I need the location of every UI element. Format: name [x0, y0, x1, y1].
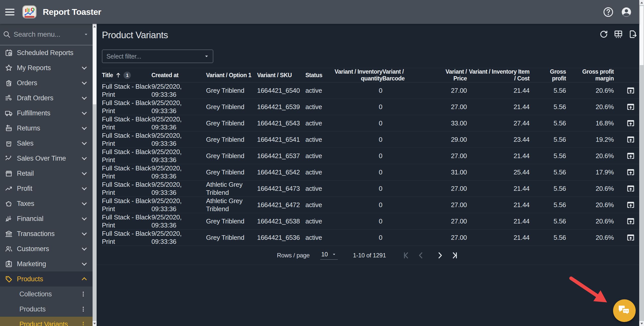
trend-up-icon	[5, 184, 13, 193]
open-report-icon[interactable]	[626, 135, 635, 144]
sidebar-item-customers[interactable]: Customers	[0, 241, 93, 256]
cell-gross-profit-margin: 16.8%	[566, 119, 614, 127]
cell-sku: 1664421_6540	[257, 86, 305, 95]
open-report-icon[interactable]	[626, 102, 635, 111]
cell-option1: Grey Triblend	[206, 86, 257, 95]
open-report-icon[interactable]	[626, 151, 635, 160]
scroll-down-icon[interactable]	[639, 321, 644, 326]
sidebar-item-scheduled-reports[interactable]: Scheduled Reports	[0, 45, 93, 60]
cell-gross-profit: 5.56	[530, 234, 566, 242]
cell-gross-profit-margin: 20.6%	[566, 217, 614, 225]
cell-created-at: 9/25/2020, 09:33:36	[151, 99, 206, 115]
cell-gross-profit-margin: 17.9%	[566, 168, 614, 176]
sidebar-item-draft-orders[interactable]: Draft Orders	[0, 90, 93, 106]
next-page-icon[interactable]	[435, 251, 445, 260]
chat-fab[interactable]	[613, 299, 636, 322]
chevron-icon	[82, 246, 87, 251]
previous-page-icon[interactable]	[416, 251, 426, 260]
open-report-icon[interactable]	[626, 217, 635, 226]
column-header[interactable]: Created at	[151, 72, 206, 79]
main-scrollbar-thumb[interactable]	[640, 6, 643, 65]
rows-per-page-select[interactable]: 10	[320, 251, 338, 260]
filter-select[interactable]: Select filter...	[102, 50, 213, 63]
sidebar-item-sales-over-time[interactable]: Sales Over Time	[0, 151, 93, 166]
column-header[interactable]: Gross profit margin	[566, 68, 614, 82]
sidebar-item-returns[interactable]: Returns	[0, 121, 93, 136]
sidebar-subitem-collections[interactable]: Collections	[0, 287, 93, 302]
sidebar-item-orders[interactable]: Orders	[0, 75, 93, 90]
main-scrollbar[interactable]	[639, 0, 644, 326]
sidebar-subitem-product-variants[interactable]: Product Variants	[0, 317, 93, 326]
open-report-icon[interactable]	[626, 86, 635, 95]
column-header[interactable]: Variant / Price	[437, 68, 467, 82]
help-icon[interactable]	[602, 6, 614, 18]
column-header[interactable]: Variant / Option 1	[206, 72, 257, 79]
sidebar-item-profit[interactable]: Profit	[0, 181, 93, 196]
sidebar-item-retail[interactable]: Retail	[0, 166, 93, 181]
sidebar-item-fulfillments[interactable]: Fulfillments	[0, 106, 93, 121]
column-header[interactable]: Variant / SKU	[257, 72, 305, 79]
open-report-icon[interactable]	[626, 233, 635, 242]
open-report-icon[interactable]	[626, 119, 635, 128]
table-row: Full Stack - Black Print 9/25/2020, 09:3…	[102, 164, 639, 180]
column-header[interactable]: Gross profit	[530, 68, 566, 82]
sidebar-subnav: Collections Products Product Variants	[0, 287, 93, 326]
account-icon[interactable]	[621, 6, 632, 18]
sidebar-item-products[interactable]: Products	[0, 271, 93, 287]
column-header[interactable]: Status	[305, 72, 335, 79]
cell-price: 27.00	[437, 152, 467, 160]
sidebar-item-financial[interactable]: Financial	[0, 211, 93, 226]
cell-inventory-quantity: 0	[335, 152, 382, 160]
app: Report Toaster Search menu... Scheduled …	[0, 0, 644, 326]
last-page-icon[interactable]	[449, 251, 459, 260]
column-header[interactable]: Variant / Inventory quantity	[335, 68, 382, 82]
sidebar-scrollbar-thumb[interactable]	[93, 29, 96, 104]
pagination-bar: Rows / page 10 1-10 of 1291	[97, 246, 639, 265]
column-header[interactable]: Title1	[102, 72, 151, 79]
sidebar-item-marketing[interactable]: Marketing	[0, 256, 93, 271]
cell-option1: Grey Triblend	[206, 103, 257, 111]
menu-search-input[interactable]: Search menu...	[0, 24, 93, 45]
cell-inventory-quantity: 0	[335, 86, 382, 95]
sidebar-subitem-products[interactable]: Products	[0, 302, 93, 317]
cell-price: 27.00	[437, 86, 467, 95]
table-row: Full Stack - Black Print 9/25/2020, 09:3…	[102, 197, 639, 213]
first-page-icon[interactable]	[402, 251, 412, 260]
open-report-icon[interactable]	[626, 168, 635, 177]
columns-icon[interactable]	[614, 29, 623, 39]
open-report-icon[interactable]	[626, 200, 635, 209]
menu-icon[interactable]	[4, 6, 16, 18]
scroll-down-icon[interactable]	[93, 321, 97, 326]
cell-inventory-quantity: 0	[335, 168, 382, 176]
cell-option1: Grey Triblend	[206, 168, 257, 176]
sidebar-scrollbar[interactable]	[93, 24, 97, 326]
return-box-icon	[5, 124, 13, 132]
cell-inventory-quantity: 0	[335, 217, 382, 225]
cell-title: Full Stack - Black Print	[102, 115, 151, 131]
open-report-icon[interactable]	[626, 184, 635, 193]
kebab-menu-icon[interactable]	[80, 290, 86, 298]
sidebar-item-taxes[interactable]: Taxes	[0, 196, 93, 211]
cell-sku: 1664421_6472	[257, 201, 305, 209]
cell-cost: 25.44	[467, 168, 530, 176]
scroll-up-icon[interactable]	[93, 24, 97, 29]
search-caret-icon[interactable]	[83, 31, 89, 37]
sidebar-item-my-reports[interactable]: My Reports	[0, 60, 93, 75]
wind-icon	[5, 94, 13, 102]
kebab-menu-icon[interactable]	[80, 320, 86, 326]
cell-gross-profit-margin: 20.6%	[566, 234, 614, 242]
sidebar-item-transactions[interactable]: Transactions	[0, 226, 93, 241]
chevron-icon	[82, 200, 87, 205]
column-header[interactable]: Variant / Barcode	[382, 68, 437, 82]
scroll-up-icon[interactable]	[639, 0, 644, 5]
cell-cost: 21.44	[467, 86, 530, 95]
cell-sku: 1664421_6543	[257, 119, 305, 127]
cell-gross-profit: 5.56	[530, 217, 566, 225]
table-row: Full Stack - Black Print 9/25/2020, 09:3…	[102, 115, 639, 131]
sidebar-item-sales[interactable]: Sales	[0, 136, 93, 151]
refresh-icon[interactable]	[599, 29, 609, 39]
column-header[interactable]: Variant / Inventory Item / Cost	[467, 68, 530, 82]
kebab-menu-icon[interactable]	[80, 305, 86, 313]
cell-gross-profit-margin: 20.6%	[566, 152, 614, 160]
export-icon[interactable]	[628, 29, 638, 39]
